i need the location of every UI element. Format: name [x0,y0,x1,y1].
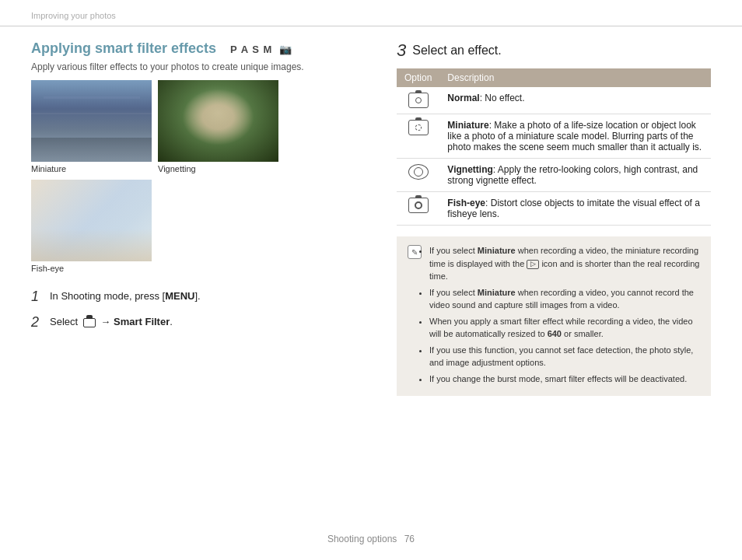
step-3-header: 3 Select an effect. [397,40,711,61]
photo-label-fisheye: Fish-eye [31,264,152,273]
section-subtitle: Apply various filter effects to your pho… [31,61,373,72]
table-row-fisheye: Fish-eye: Distort close objects to imita… [397,192,711,226]
photo-vignetting-img [158,80,278,162]
icon-cell-miniature [397,114,439,159]
camera-top [86,315,93,318]
section-title: Applying smart filter effects [31,40,216,57]
table-body: Normal: No effect. Miniature: Make a [397,87,711,226]
camera-icon-inline [83,318,96,327]
note-item-5: If you change the burst mode, smart filt… [429,373,700,386]
notes-box: ✎ If you select Miniature when recording… [397,236,711,396]
photo-item-fisheye: Fish-eye [31,180,152,273]
photo-miniature-img [31,80,152,162]
photo-label-vignetting: Vignetting [158,164,278,173]
mini-icon-inline: ▷ [527,260,539,269]
table-header: Option Description [397,68,711,87]
photo-label-miniature: Miniature [31,164,152,173]
step-3-label: Select an effect. [412,44,501,58]
vignetting-icon [408,164,429,180]
notes-list: If you select Miniature when recording a… [429,244,700,385]
breadcrumb-text: Improving your photos [31,11,116,20]
photo-overlay [31,80,152,162]
step-1-text: In Shooting mode, press [MENU]. [50,289,201,302]
fisheye-icon [408,198,429,213]
right-column: 3 Select an effect. Option Description [397,40,711,396]
camera-top-n [415,90,422,93]
note-item-4: If you use this function, you cannot set… [429,344,700,369]
photo-fisheye-img [31,180,152,261]
left-column: Applying smart filter effects P A S M 📷 … [31,40,373,396]
photo-grid: Miniature Vignetting [31,80,373,273]
step-2-text: Select → Smart Filter. [50,314,173,327]
desc-vignetting: Vignetting: Apply the retro-looking colo… [439,159,711,192]
footer-page: 76 [404,534,415,544]
icon-cell-fisheye [397,192,439,226]
footer-text: Shooting options [327,534,397,544]
note-item-3: When you apply a smart filter effect whi… [429,315,700,341]
breadcrumb: Improving your photos [0,0,742,26]
beach-overlay [31,229,152,261]
note-item-1: If you select Miniature when recording a… [429,244,700,283]
camera-mode-icon: 📷 [279,44,292,55]
faces-overlay [182,89,254,146]
steps-container: 1 In Shooting mode, press [MENU]. 2 Sele… [31,289,373,331]
col-description: Description [439,68,711,87]
vignette-inner [414,167,423,177]
miniature-icon [408,120,429,135]
step-2: 2 Select → Smart Filter. [31,314,373,331]
note-item-2: If you select Miniature when recording a… [429,286,700,312]
page-container: Improving your photos Applying smart fil… [0,0,742,560]
camera-top-m [415,117,422,121]
step-3-num: 3 [397,40,406,61]
section-mode: P A S M 📷 [230,44,292,55]
camera-top-fe [415,195,422,198]
step-2-num: 2 [31,314,45,331]
photo-item-miniature: Miniature [31,80,152,173]
step-1-num: 1 [31,289,45,305]
title-row: Applying smart filter effects P A S M 📷 [31,40,373,57]
main-content: Applying smart filter effects P A S M 📷 … [0,40,742,396]
table-row-normal: Normal: No effect. [397,87,711,114]
desc-normal: Normal: No effect. [439,87,711,114]
table-row-miniature: Miniature: Make a photo of a life-size l… [397,114,711,159]
icon-cell-normal [397,87,439,114]
miniature-lens [415,124,422,131]
photo-item-vignetting: Vignetting [158,80,278,173]
options-table: Option Description [397,68,711,226]
icon-cell-vignetting [397,159,439,192]
normal-icon [408,93,429,108]
desc-fisheye: Fish-eye: Distort close objects to imita… [439,192,711,226]
camera-lens [415,97,422,103]
step-1: 1 In Shooting mode, press [MENU]. [31,289,373,305]
footer: Shooting options 76 [0,534,742,544]
desc-miniature: Miniature: Make a photo of a life-size l… [439,114,711,159]
table-row-vignetting: Vignetting: Apply the retro-looking colo… [397,159,711,192]
fisheye-lens [415,201,422,209]
col-option: Option [397,68,439,87]
